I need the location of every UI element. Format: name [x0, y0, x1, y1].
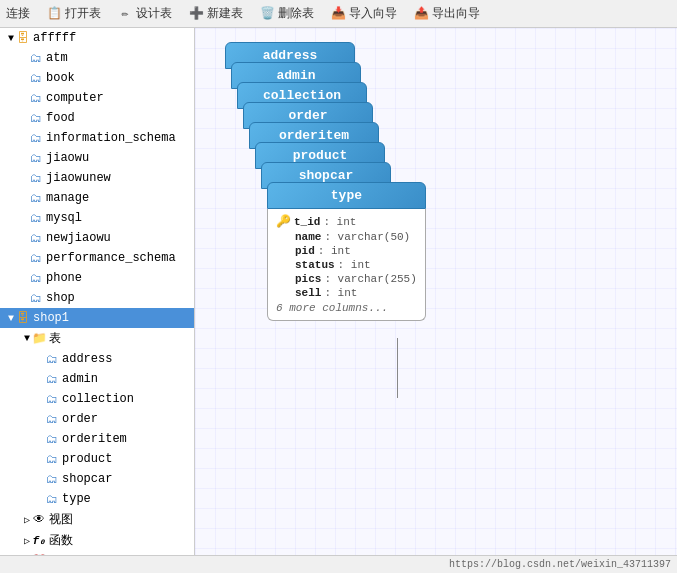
table-icon: 🗂	[28, 210, 44, 226]
tree-item-label: address	[62, 352, 112, 366]
canvas-area[interactable]: address admin collection order orderitem…	[195, 28, 677, 555]
tree-item-label: shopcar	[62, 472, 112, 486]
arrow-down-icon-tables: ▼	[24, 333, 30, 344]
tree-item-label: newjiaowu	[46, 231, 111, 245]
table-icon: 🗂	[28, 170, 44, 186]
sidebar-item-information_schema[interactable]: 🗂 information_schema	[0, 128, 194, 148]
er-field-pics: pics : varchar(255)	[276, 272, 417, 286]
delete-table-label: 删除表	[278, 5, 314, 22]
sidebar-item-table-orderitem[interactable]: 🗂 orderitem	[0, 429, 194, 449]
tree-item-label: shop	[46, 291, 75, 305]
sidebar-item-phone[interactable]: 🗂 phone	[0, 268, 194, 288]
table-icon: 🗂	[28, 50, 44, 66]
tables-icon: 📁	[31, 331, 47, 347]
arrow-right-icon-functions: ▷	[24, 535, 30, 547]
arrow-down-icon-shop1: ▼	[8, 313, 14, 324]
sidebar-item-newjiaowu[interactable]: 🗂 newjiaowu	[0, 228, 194, 248]
sidebar-item-table-order[interactable]: 🗂 order	[0, 409, 194, 429]
tree-item-label: order	[62, 412, 98, 426]
sidebar: ▼ 🗄 afffff 🗂 atm 🗂 book 🗂 computer 🗂 foo…	[0, 28, 195, 555]
open-table-label: 打开表	[65, 5, 101, 22]
tree-item-label: jiaowu	[46, 151, 89, 165]
tree-item-label: jiaowunew	[46, 171, 111, 185]
design-table-icon: ✏️	[117, 6, 133, 22]
table-icon: 🗂	[28, 270, 44, 286]
er-card-type[interactable]: type 🔑 t_id : int name : varchar(50) pid…	[267, 182, 426, 321]
table-icon: 🗂	[28, 90, 44, 106]
sidebar-item-manage[interactable]: 🗂 manage	[0, 188, 194, 208]
shop1-tables: 🗂 address 🗂 admin 🗂 collection 🗂 order 🗂…	[0, 349, 194, 509]
tree-item-label: phone	[46, 271, 82, 285]
er-card-type-body: 🔑 t_id : int name : varchar(50) pid : in…	[267, 209, 426, 321]
import-wizard-icon: 📥	[330, 6, 346, 22]
er-field-sell: sell : int	[276, 286, 417, 300]
sidebar-item-table-product[interactable]: 🗂 product	[0, 449, 194, 469]
sidebar-item-table-type[interactable]: 🗂 type	[0, 489, 194, 509]
open-table-button[interactable]: 📋 打开表	[42, 3, 105, 24]
sidebar-item-book[interactable]: 🗂 book	[0, 68, 194, 88]
tree-item-label: orderitem	[62, 432, 127, 446]
er-more-columns: 6 more columns...	[276, 300, 417, 316]
table-icon: 🗂	[28, 250, 44, 266]
er-card-type-header: type	[267, 182, 426, 209]
sidebar-item-table-admin[interactable]: 🗂 admin	[0, 369, 194, 389]
design-table-label: 设计表	[136, 5, 172, 22]
sidebar-item-jiaowu[interactable]: 🗂 jiaowu	[0, 148, 194, 168]
tree-item-label: type	[62, 492, 91, 506]
root-children: 🗂 atm 🗂 book 🗂 computer 🗂 food 🗂 informa…	[0, 48, 194, 308]
design-table-button[interactable]: ✏️ 设计表	[113, 3, 176, 24]
sidebar-item-performance_schema[interactable]: 🗂 performance_schema	[0, 248, 194, 268]
sidebar-item-food[interactable]: 🗂 food	[0, 108, 194, 128]
table-icon: 🗂	[44, 471, 60, 487]
import-wizard-button[interactable]: 📥 导入向导	[326, 3, 401, 24]
open-table-icon: 📋	[46, 6, 62, 22]
connector-line	[397, 338, 398, 398]
sidebar-item-shop1[interactable]: ▼ 🗄 shop1	[0, 308, 194, 328]
sidebar-item-computer[interactable]: 🗂 computer	[0, 88, 194, 108]
tree-item-label: information_schema	[46, 131, 176, 145]
sidebar-item-table-collection[interactable]: 🗂 collection	[0, 389, 194, 409]
tree-item-label: performance_schema	[46, 251, 176, 265]
tree-item-label: computer	[46, 91, 104, 105]
functions-icon: f₀	[31, 533, 47, 549]
er-field-status: status : int	[276, 258, 417, 272]
tree-item-label: atm	[46, 51, 68, 65]
sidebar-item-table-shopcar[interactable]: 🗂 shopcar	[0, 469, 194, 489]
tree-item-label: manage	[46, 191, 89, 205]
sidebar-item-table-address[interactable]: 🗂 address	[0, 349, 194, 369]
export-wizard-icon: 📤	[413, 6, 429, 22]
tree-item-label: book	[46, 71, 75, 85]
tree-item-label: collection	[62, 392, 134, 406]
db-icon-shop1: 🗄	[15, 310, 31, 326]
table-icon: 🗂	[28, 290, 44, 306]
delete-table-button[interactable]: 🗑️ 删除表	[255, 3, 318, 24]
tree-item-label: food	[46, 111, 75, 125]
sidebar-group-tables[interactable]: ▼ 📁 表	[0, 328, 194, 349]
table-icon: 🗂	[44, 431, 60, 447]
sidebar-item-root[interactable]: ▼ 🗄 afffff	[0, 28, 194, 48]
arrow-down-icon: ▼	[8, 33, 14, 44]
table-icon: 🗂	[44, 351, 60, 367]
table-icon: 🗂	[44, 411, 60, 427]
er-field-pid: pid : int	[276, 244, 417, 258]
export-wizard-button[interactable]: 📤 导出向导	[409, 3, 484, 24]
sidebar-item-atm[interactable]: 🗂 atm	[0, 48, 194, 68]
import-wizard-label: 导入向导	[349, 5, 397, 22]
status-bar: https://blog.csdn.net/weixin_43711397	[0, 555, 677, 573]
er-field-name: name : varchar(50)	[276, 230, 417, 244]
shop1-label: shop1	[33, 311, 69, 325]
main-layout: ▼ 🗄 afffff 🗂 atm 🗂 book 🗂 computer 🗂 foo…	[0, 28, 677, 555]
sidebar-item-jiaowunew[interactable]: 🗂 jiaowunew	[0, 168, 194, 188]
tree-item-label: mysql	[46, 211, 82, 225]
table-icon: 🗂	[28, 130, 44, 146]
new-table-button[interactable]: ➕ 新建表	[184, 3, 247, 24]
sidebar-group-views[interactable]: ▷ 👁 视图	[0, 509, 194, 530]
tables-label: 表	[49, 330, 61, 347]
new-table-icon: ➕	[188, 6, 204, 22]
toolbar: 连接 📋 打开表 ✏️ 设计表 ➕ 新建表 🗑️ 删除表 📥 导入向导 📤 导出…	[0, 0, 677, 28]
sidebar-group-functions[interactable]: ▷ f₀ 函数	[0, 530, 194, 551]
sidebar-item-mysql[interactable]: 🗂 mysql	[0, 208, 194, 228]
sidebar-item-shop[interactable]: 🗂 shop	[0, 288, 194, 308]
db-icon: 🗄	[15, 30, 31, 46]
table-icon: 🗂	[44, 371, 60, 387]
